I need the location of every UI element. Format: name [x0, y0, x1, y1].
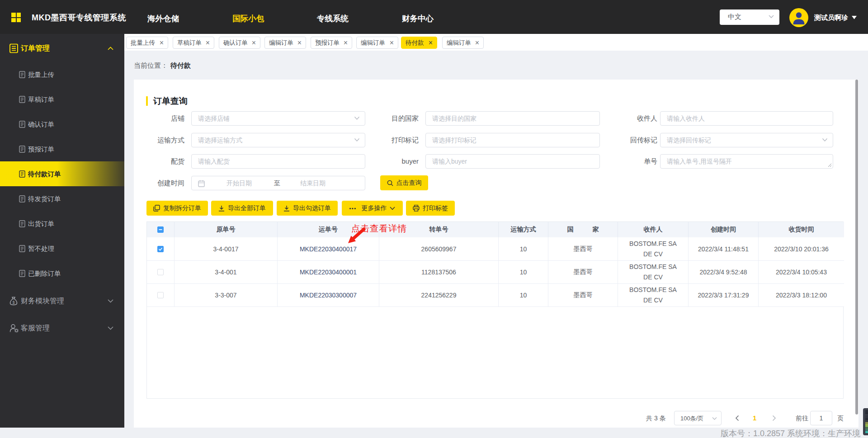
svg-text:$: $	[13, 300, 15, 305]
